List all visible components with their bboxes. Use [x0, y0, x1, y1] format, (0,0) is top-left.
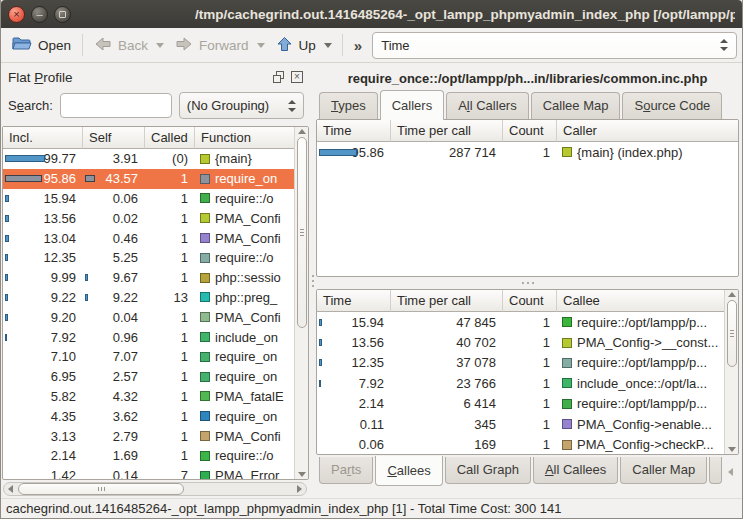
table-row[interactable]: 2.14 6 414 1 require::/opt/lampp/p...	[317, 394, 724, 414]
table-row[interactable]: 3.13 2.79 1 PMA_Confi	[3, 426, 294, 446]
function-cell: PMA_Confi	[195, 429, 294, 444]
search-input[interactable]	[60, 93, 172, 118]
function-color-icon	[562, 440, 572, 450]
function-color-icon	[200, 193, 210, 203]
tab-m[interactable]: M	[709, 457, 722, 484]
self-cell: 5.25	[83, 250, 145, 265]
value-bar	[85, 175, 95, 182]
tab-caller-map[interactable]: Caller Map	[620, 457, 707, 484]
called-cell: 1	[145, 389, 195, 404]
value-bar	[319, 359, 322, 366]
tab-callers[interactable]: Callers	[380, 90, 444, 120]
column-header-count[interactable]: Count	[503, 120, 557, 142]
column-header-self[interactable]: Self	[83, 127, 145, 149]
table-row[interactable]: 12.35 5.25 1 require::/o	[3, 248, 294, 268]
function-name: {main} (index.php)	[577, 145, 683, 160]
function-color-icon	[200, 213, 210, 223]
count-cell: 1	[503, 355, 557, 370]
tab-types[interactable]: Types	[319, 92, 378, 119]
tab-callees[interactable]: Callees	[375, 456, 442, 486]
function-name: PMA_Error	[215, 468, 279, 479]
tab-callee-map[interactable]: Callee Map	[531, 92, 621, 119]
table-splitter[interactable]	[316, 277, 739, 289]
vertical-scrollbar[interactable]	[724, 290, 738, 454]
table-row[interactable]: 7.92 0.96 1 include_on	[3, 327, 294, 347]
scrollbar-thumb[interactable]	[727, 300, 737, 367]
value-bar	[85, 274, 88, 281]
table-row[interactable]: 9.20 0.04 1 PMA_Confi	[3, 307, 294, 327]
column-header-count[interactable]: Count	[503, 290, 557, 312]
up-button[interactable]: Up	[270, 32, 322, 59]
function-name: include_once::/opt/la...	[577, 376, 707, 391]
function-cell: PMA_Confi	[195, 211, 294, 226]
close-panel-icon[interactable]: ×	[291, 71, 303, 83]
table-row[interactable]: 99.77 3.91 (0) {main}	[3, 149, 294, 169]
table-row[interactable]: 1.42 0.14 7 PMA_Error	[3, 466, 294, 479]
table-row[interactable]: 9.22 9.22 13 php::preg_	[3, 288, 294, 308]
close-icon[interactable]: ×	[8, 6, 25, 23]
scrollbar-thumb[interactable]	[18, 483, 184, 495]
tab-all-callers[interactable]: All Callers	[446, 92, 529, 119]
back-button: Back	[88, 32, 154, 59]
chevron-down-icon[interactable]	[324, 43, 332, 48]
count-cell: 1	[503, 417, 557, 432]
value-bar	[5, 294, 8, 301]
table-row[interactable]: 15.94 47 845 1 require::/opt/lampp/p...	[317, 312, 724, 332]
column-header-time[interactable]: Time	[317, 290, 391, 312]
incl-cell: 13.04	[3, 231, 83, 246]
time-cell: 95.86	[317, 145, 391, 160]
column-header-incl[interactable]: Incl.	[3, 127, 83, 149]
tab-source-code[interactable]: Source Code	[622, 92, 722, 119]
table-row[interactable]: 0.11 345 1 PMA_Config->enable...	[317, 414, 724, 434]
table-row[interactable]: 95.86 287 714 1 {main} (index.php)	[317, 142, 738, 162]
table-row[interactable]: 12.35 37 078 1 require::/opt/lampp/p...	[317, 353, 724, 373]
table-row[interactable]: 9.99 9.67 1 php::sessio	[3, 268, 294, 288]
function-cell: require_on	[195, 369, 294, 384]
grouping-dropdown[interactable]: (No Grouping)	[179, 92, 304, 119]
table-row[interactable]: 15.94 0.06 1 require::/o	[3, 189, 294, 209]
value-bar	[5, 254, 8, 261]
self-cell: 0.96	[83, 330, 145, 345]
column-header-function[interactable]: Function	[195, 127, 294, 149]
open-button[interactable]: Open	[6, 32, 77, 59]
scrollbar-thumb[interactable]	[297, 137, 307, 328]
horizontal-scrollbar[interactable]	[3, 482, 307, 496]
maximize-icon[interactable]	[54, 6, 71, 23]
tab-scroll-left-button[interactable]	[723, 459, 737, 484]
column-header-callee[interactable]: Callee	[557, 290, 724, 312]
tab-scroll-right-button[interactable]	[737, 459, 743, 484]
function-color-icon	[200, 292, 210, 302]
table-row[interactable]: 13.04 0.46 1 PMA_Confi	[3, 228, 294, 248]
self-cell: 7.07	[83, 349, 145, 364]
toolbar: Open Back Forward Up » Time	[1, 28, 742, 63]
called-cell: 13	[145, 290, 195, 305]
tab-call-graph[interactable]: Call Graph	[445, 457, 531, 484]
function-cell: {main}	[195, 151, 294, 166]
column-header-time-per-call[interactable]: Time per call	[391, 290, 503, 312]
vertical-scrollbar[interactable]	[294, 127, 308, 479]
table-row[interactable]: 5.82 4.32 1 PMA_fatalE	[3, 387, 294, 407]
time-per-call-cell: 287 714	[391, 145, 503, 160]
table-row[interactable]: 13.56 40 702 1 PMA_Config->__const...	[317, 332, 724, 352]
minimize-icon[interactable]: –	[31, 6, 48, 23]
column-header-time-per-call[interactable]: Time per call	[391, 120, 503, 142]
table-row[interactable]: 0.06 169 1 PMA_Config->checkP...	[317, 434, 724, 454]
table-row[interactable]: 95.86 43.57 1 require_on	[3, 169, 294, 189]
function-name: PMA_Config->checkP...	[577, 437, 714, 452]
toolbar-overflow-button[interactable]: »	[354, 37, 362, 54]
event-type-combobox[interactable]: Time	[372, 32, 737, 59]
float-panel-icon[interactable]	[273, 71, 285, 83]
table-row[interactable]: 6.95 2.57 1 require_on	[3, 367, 294, 387]
table-row[interactable]: 7.92 23 766 1 include_once::/opt/la...	[317, 373, 724, 393]
column-header-called[interactable]: Called	[145, 127, 195, 149]
tab-all-callees[interactable]: All Callees	[533, 457, 618, 484]
column-header-time[interactable]: Time	[317, 120, 391, 142]
called-cell: 1	[145, 330, 195, 345]
table-row[interactable]: 4.35 3.62 1 require_on	[3, 406, 294, 426]
table-row[interactable]: 13.56 0.02 1 PMA_Confi	[3, 208, 294, 228]
value-bar	[319, 319, 322, 326]
callees-rows: 15.94 47 845 1 require::/opt/lampp/p... …	[317, 312, 724, 454]
column-header-caller[interactable]: Caller	[557, 120, 738, 142]
table-row[interactable]: 7.10 7.07 1 require_on	[3, 347, 294, 367]
table-row[interactable]: 2.14 1.69 1 require::/o	[3, 446, 294, 466]
